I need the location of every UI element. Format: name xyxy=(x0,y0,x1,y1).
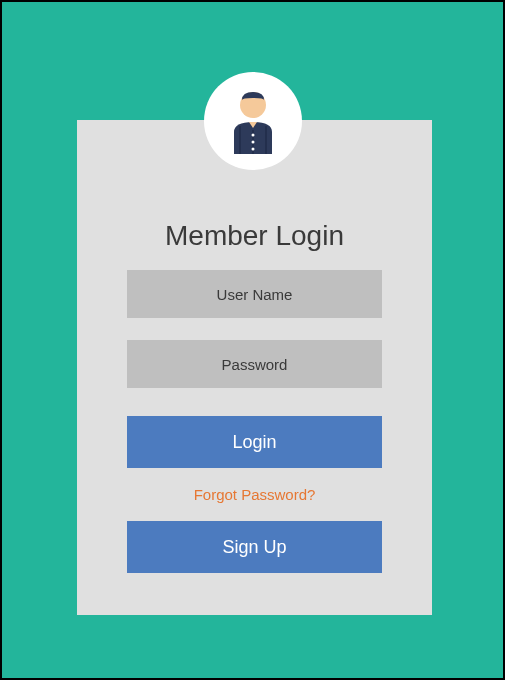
svg-point-4 xyxy=(251,134,254,137)
forgot-password-link[interactable]: Forgot Password? xyxy=(127,486,382,503)
login-card: Member Login Login Forgot Password? Sign… xyxy=(77,120,432,615)
login-button[interactable]: Login xyxy=(127,416,382,468)
svg-point-5 xyxy=(251,141,254,144)
signup-button[interactable]: Sign Up xyxy=(127,521,382,573)
password-input[interactable] xyxy=(127,340,382,388)
avatar-circle xyxy=(204,72,302,170)
svg-point-6 xyxy=(251,148,254,151)
page-title: Member Login xyxy=(77,220,432,252)
login-form: Login Forgot Password? Sign Up xyxy=(127,270,382,573)
user-avatar-icon xyxy=(226,88,280,154)
page-background: Member Login Login Forgot Password? Sign… xyxy=(0,0,505,680)
username-input[interactable] xyxy=(127,270,382,318)
